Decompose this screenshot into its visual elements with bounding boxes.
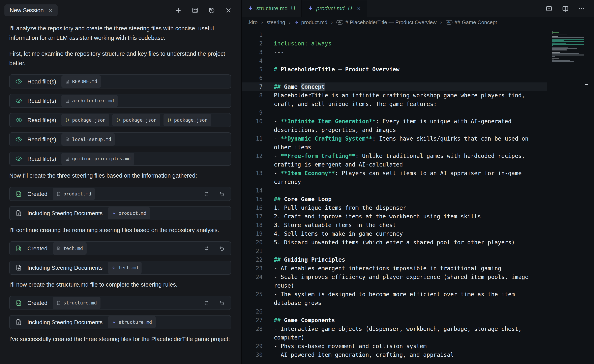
undo-icon[interactable]: [219, 300, 225, 306]
file-chip[interactable]: README.md: [61, 75, 101, 88]
line-text: - **Dynamic Crafting System**: Items hav…: [274, 134, 540, 152]
file-chip[interactable]: package.json: [61, 114, 109, 126]
breadcrumb-item[interactable]: abc## Game Concept: [446, 19, 497, 26]
file-md-icon: [65, 156, 70, 161]
close-chat-icon[interactable]: [225, 7, 232, 14]
kiro-icon[interactable]: [546, 5, 553, 12]
session-tab-title: New Session: [10, 7, 44, 14]
code-line[interactable]: 25- The system is designed to become mor…: [242, 290, 547, 307]
minimap-line: [552, 45, 553, 46]
file-chip[interactable]: architecture.md: [61, 95, 118, 107]
file-chip[interactable]: guiding-principles.md: [61, 153, 134, 165]
code-line[interactable]: 1---: [242, 31, 547, 39]
code-line[interactable]: 4: [242, 57, 547, 65]
code-line[interactable]: 26: [242, 307, 547, 316]
tab-title: structure.md: [256, 5, 288, 12]
code-line[interactable]: 6: [242, 74, 547, 82]
minimap-line: [552, 37, 584, 38]
file-chip[interactable]: structure.md: [53, 297, 101, 309]
editor-tab-product.md[interactable]: product.mdU×: [302, 0, 367, 17]
code-editor[interactable]: 1---2inclusion: always3---45# Placeholde…: [242, 28, 594, 364]
diff-icon[interactable]: [203, 300, 210, 306]
code-line[interactable]: 8PlaceholderTitle is an infinite craftin…: [242, 91, 547, 108]
code-line[interactable]: 11- **Dynamic Crafting System**: Items h…: [242, 134, 547, 152]
code-line[interactable]: 24- Scale improves efficiency and player…: [242, 273, 547, 290]
session-tab[interactable]: New Session ×: [4, 4, 58, 16]
line-text: - The system is designed to become more …: [274, 290, 540, 307]
tool-card[interactable]: Including Steering Documentsstructure.md: [9, 315, 231, 329]
file-chip[interactable]: tech.md: [53, 242, 87, 255]
code-line[interactable]: 23- AI enables emergent interactions imp…: [242, 264, 547, 273]
code-line[interactable]: 161. Pull unique items from the dispense…: [242, 203, 547, 212]
code-line[interactable]: 27## Game Components: [242, 316, 547, 325]
tool-card[interactable]: Read file(s)architecture.md: [9, 94, 231, 108]
breadcrumb-item[interactable]: .kiro: [248, 19, 257, 26]
file-chip-name: architecture.md: [72, 96, 114, 106]
editor-tab-structure.md[interactable]: structure.mdU: [242, 0, 302, 17]
diff-icon[interactable]: [203, 245, 210, 252]
more-actions-icon[interactable]: [578, 5, 585, 12]
file-chip[interactable]: package.json: [163, 114, 211, 126]
tab-close-icon[interactable]: ×: [357, 6, 361, 12]
minimap-line: [552, 41, 584, 42]
code-line[interactable]: 9: [242, 108, 547, 117]
minimap[interactable]: [552, 31, 585, 62]
line-text: - Scale improves efficiency and player e…: [274, 273, 540, 290]
code-line[interactable]: 3---: [242, 48, 547, 57]
minimap-line: [552, 55, 553, 55]
steering-md-icon: [112, 320, 116, 325]
code-line[interactable]: 30- AI-powered item generation, crafting…: [242, 351, 547, 359]
file-chip[interactable]: local-setup.md: [61, 133, 115, 146]
tool-card[interactable]: Read file(s)package.jsonpackage.jsonpack…: [9, 113, 231, 127]
line-text: - **Infinite Item Generation**: Every it…: [274, 117, 540, 134]
file-chip[interactable]: package.json: [112, 114, 160, 126]
diff-icon[interactable]: [203, 191, 210, 197]
breadcrumb-item[interactable]: steering: [267, 19, 285, 26]
code-line[interactable]: 5# PlaceholderTitle — Product Overview: [242, 65, 547, 74]
code-line[interactable]: 29- Physics-based movement and collision…: [242, 342, 547, 351]
tool-card[interactable]: Read file(s)README.md: [9, 74, 231, 89]
code-line[interactable]: 14: [242, 186, 547, 195]
split-editor-icon[interactable]: [562, 5, 569, 12]
file-chip[interactable]: product.md: [53, 188, 95, 200]
close-icon[interactable]: ×: [48, 7, 52, 13]
code-line[interactable]: 22## Guiding Principles: [242, 255, 547, 264]
minimap-line: [552, 47, 568, 48]
tool-card[interactable]: Including Steering Documentstech.md: [9, 261, 231, 275]
tool-card[interactable]: Including Steering Documentsproduct.md: [9, 206, 231, 220]
symbol-string-icon: abc: [446, 20, 453, 25]
code-line[interactable]: 12- **Free-form Crafting**: Unlike tradi…: [242, 152, 547, 169]
breadcrumb-text: product.md: [301, 19, 327, 26]
tab-title: product.md: [316, 5, 344, 12]
code-line[interactable]: 172. Craft and improve items at the work…: [242, 212, 547, 221]
tool-card[interactable]: Read file(s)guiding-principles.md: [9, 152, 231, 166]
undo-icon[interactable]: [219, 245, 225, 252]
eye-icon: [15, 97, 22, 104]
code-line[interactable]: 2inclusion: always: [242, 39, 547, 48]
chat-transcript[interactable]: I'll analyze the repository and create t…: [0, 20, 241, 350]
minimap-line: [552, 50, 567, 51]
undo-icon[interactable]: [219, 191, 225, 197]
file-chip[interactable]: structure.md: [108, 316, 156, 328]
code-line[interactable]: 21: [242, 247, 547, 255]
breadcrumb-item[interactable]: abc# PlaceholderTitle — Product Overview: [337, 19, 437, 26]
breadcrumb-item[interactable]: product.md: [294, 19, 327, 26]
code-line[interactable]: 205. Discard unwanted items (which enter…: [242, 238, 547, 247]
tool-card[interactable]: Read file(s)local-setup.md: [9, 132, 231, 146]
task-list-icon[interactable]: [191, 7, 199, 14]
tool-card[interactable]: Createdproduct.md: [9, 187, 231, 201]
tool-card[interactable]: Createdstructure.md: [9, 296, 231, 310]
tool-card-label: Created: [27, 189, 47, 199]
code-line[interactable]: 183. Store valuable items in the chest: [242, 221, 547, 229]
code-line[interactable]: 7## Game Concept: [242, 82, 547, 91]
new-session-icon[interactable]: [175, 7, 182, 14]
code-line[interactable]: 13- **Item Economy**: Players can sell i…: [242, 169, 547, 186]
file-chip[interactable]: tech.md: [108, 262, 142, 274]
code-line[interactable]: 15## Core Game Loop: [242, 195, 547, 203]
history-icon[interactable]: [208, 7, 215, 14]
code-line[interactable]: 194. Sell items to make in-game currency: [242, 229, 547, 238]
file-chip[interactable]: product.md: [108, 207, 150, 219]
code-line[interactable]: 28- Interactive game objects (dispenser,…: [242, 325, 547, 342]
code-line[interactable]: 10- **Infinite Item Generation**: Every …: [242, 117, 547, 134]
tool-card[interactable]: Createdtech.md: [9, 241, 231, 255]
